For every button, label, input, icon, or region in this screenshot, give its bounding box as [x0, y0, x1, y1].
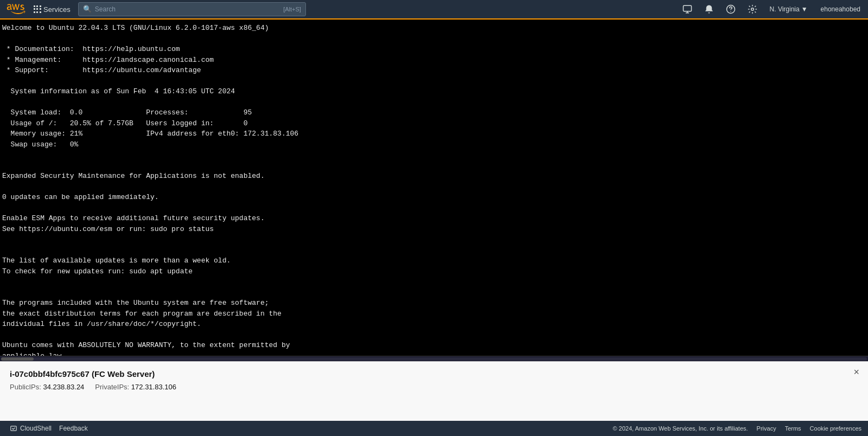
- services-button[interactable]: Services: [30, 3, 74, 16]
- search-bar[interactable]: 🔍 [Alt+S]: [78, 2, 306, 16]
- region-label: N. Virginia: [770, 5, 800, 13]
- public-ip-label: PublicIPs:: [10, 383, 41, 391]
- public-ip-section: PublicIPs: 34.238.83.24: [10, 383, 84, 391]
- feedback-button[interactable]: Feedback: [55, 424, 92, 433]
- services-label: Services: [43, 5, 71, 14]
- username-label: ehoneahobed: [821, 5, 860, 13]
- cloudshell-button[interactable]: CloudShell: [7, 424, 55, 433]
- private-ip-value: 172.31.83.106: [131, 383, 176, 391]
- scrollbar-track: [1, 357, 867, 361]
- bell-icon-btn[interactable]: [703, 3, 716, 16]
- svg-point-2: [730, 11, 731, 12]
- status-bar: CloudShell Feedback © 2024, Amazon Web S…: [0, 421, 868, 436]
- terminal-output[interactable]: Welcome to Ubuntu 22.04.3 LTS (GNU/Linux…: [0, 20, 868, 356]
- private-ip-section: PrivateIPs: 172.31.83.106: [95, 383, 176, 391]
- search-icon: 🔍: [83, 5, 92, 14]
- close-panel-button[interactable]: ×: [853, 367, 859, 377]
- instance-title: i-07c0bbf4bfc975c67 (FC Web Server): [10, 369, 858, 379]
- search-shortcut: [Alt+S]: [283, 6, 301, 12]
- help-icon-btn[interactable]: [724, 3, 737, 16]
- cookie-link[interactable]: Cookie preferences: [810, 425, 861, 432]
- svg-rect-4: [11, 426, 17, 431]
- public-ip-value: 34.238.83.24: [43, 383, 84, 391]
- private-ip-label: PrivateIPs:: [95, 383, 129, 391]
- settings-icon-btn[interactable]: [746, 3, 759, 16]
- dashboard-icon-btn[interactable]: [681, 3, 694, 16]
- instance-ips: PublicIPs: 34.238.83.24 PrivateIPs: 172.…: [10, 383, 858, 391]
- horizontal-scrollbar[interactable]: [0, 356, 868, 361]
- scrollbar-thumb[interactable]: [1, 357, 34, 361]
- region-dropdown-icon: ▼: [801, 5, 808, 13]
- grid-icon: [34, 5, 41, 13]
- terms-link[interactable]: Terms: [785, 425, 801, 432]
- aws-logo[interactable]: [5, 3, 26, 15]
- search-input[interactable]: [95, 5, 280, 13]
- cloudshell-label: CloudShell: [20, 425, 52, 432]
- instance-info-panel: × i-07c0bbf4bfc975c67 (FC Web Server) Pu…: [0, 361, 868, 426]
- privacy-link[interactable]: Privacy: [757, 425, 776, 432]
- svg-rect-0: [683, 5, 691, 11]
- copyright-text: © 2024, Amazon Web Services, Inc. or its…: [612, 425, 748, 432]
- feedback-label: Feedback: [59, 425, 88, 432]
- nav-right: N. Virginia ▼ ehoneahobed: [681, 3, 863, 16]
- region-button[interactable]: N. Virginia ▼: [768, 4, 810, 14]
- username-button[interactable]: ehoneahobed: [819, 4, 863, 14]
- svg-point-3: [751, 8, 754, 11]
- status-bar-right: © 2024, Amazon Web Services, Inc. or its…: [612, 425, 861, 432]
- top-navigation: Services 🔍 [Alt+S] N. Virginia ▼ ehoneah…: [0, 0, 868, 20]
